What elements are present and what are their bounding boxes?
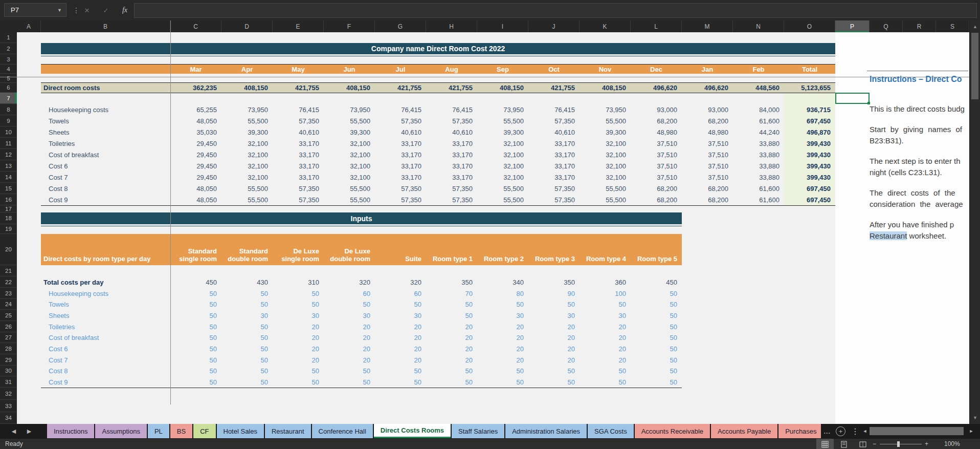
column-header-D[interactable]: D	[221, 20, 273, 32]
input-cell-value[interactable]: 60	[324, 288, 375, 299]
column-header-A[interactable]: A	[17, 20, 41, 32]
row-label[interactable]: Cost 9	[41, 194, 170, 205]
input-cell-value[interactable]: 20	[477, 332, 528, 343]
row-header-13[interactable]: 13	[0, 160, 17, 172]
input-cell-value[interactable]: 50	[375, 376, 426, 388]
sheet-tab-restaurant[interactable]: Restaurant	[265, 424, 311, 438]
row-header-18[interactable]: 18	[0, 212, 17, 224]
input-cell-value[interactable]: 30	[375, 310, 426, 321]
cell-value[interactable]: 33,170	[528, 172, 580, 183]
cell-value[interactable]: 57,350	[528, 115, 580, 126]
cell-value[interactable]: 55,500	[324, 115, 375, 126]
input-row-label[interactable]: Towels	[41, 299, 170, 310]
column-header-P[interactable]: P	[835, 20, 870, 32]
cell-value[interactable]: 39,300	[324, 126, 375, 138]
input-cell-value[interactable]: 50	[477, 366, 528, 376]
row-header-23[interactable]: 23	[0, 288, 17, 299]
input-cell-value[interactable]: 50	[324, 299, 375, 310]
cell-value[interactable]: 37,510	[631, 149, 682, 160]
sheet-tab-cf[interactable]: CF	[193, 424, 215, 438]
input-cell-value[interactable]: 20	[528, 321, 580, 332]
row-header-32[interactable]: 32	[0, 388, 17, 400]
row-header-21[interactable]: 21	[0, 265, 17, 276]
input-row-label[interactable]: Sheets	[41, 310, 170, 321]
input-cell-value[interactable]: 50	[170, 288, 221, 299]
input-cell-value[interactable]: 20	[375, 343, 426, 354]
cell-value[interactable]: 33,170	[426, 160, 477, 172]
column-header-G[interactable]: G	[375, 20, 426, 32]
row-label[interactable]: Towels	[41, 115, 170, 126]
input-cell-value[interactable]: 50	[631, 288, 682, 299]
cell-value[interactable]: 55,500	[580, 194, 631, 205]
cell-value[interactable]: 32,100	[324, 160, 375, 172]
inputs-total-value[interactable]: 350	[426, 276, 477, 288]
input-cell-value[interactable]: 90	[528, 288, 580, 299]
input-cell-value[interactable]: 50	[631, 332, 682, 343]
cell-value[interactable]: 68,200	[631, 183, 682, 194]
row-header-24[interactable]: 24	[0, 299, 17, 310]
cell-value[interactable]: 68,200	[682, 194, 733, 205]
input-cell-value[interactable]: 50	[631, 343, 682, 354]
input-row-label[interactable]: Toiletries	[41, 321, 170, 332]
cell-value[interactable]: 57,350	[273, 183, 324, 194]
cell-value[interactable]: 32,100	[221, 149, 273, 160]
cell-value[interactable]: 399,430	[784, 149, 835, 160]
input-cell-value[interactable]: 50	[221, 343, 273, 354]
input-cell-value[interactable]: 30	[273, 310, 324, 321]
input-cell-value[interactable]: 50	[170, 332, 221, 343]
row-header-5[interactable]: 5	[0, 74, 17, 83]
cell-value[interactable]: 55,500	[221, 183, 273, 194]
cell-value[interactable]: 93,000	[631, 104, 682, 115]
vertical-scroll-thumb[interactable]	[971, 33, 978, 99]
row-header-14[interactable]: 14	[0, 172, 17, 183]
inputs-total-value[interactable]: 360	[580, 276, 631, 288]
cell-value[interactable]: 37,510	[682, 149, 733, 160]
cell-value[interactable]: 33,170	[375, 172, 426, 183]
input-cell-value[interactable]: 50	[273, 288, 324, 299]
row-header-31[interactable]: 31	[0, 376, 17, 388]
input-cell-value[interactable]: 20	[324, 321, 375, 332]
cell-value[interactable]: 48,980	[631, 126, 682, 138]
cell-value[interactable]: 29,450	[170, 160, 221, 172]
cell-value[interactable]: 55,500	[221, 115, 273, 126]
name-box[interactable]: P7 ▼	[4, 3, 66, 17]
column-header-B[interactable]: B	[41, 20, 170, 32]
sheet-tab-administration-salaries[interactable]: Administration Salaries	[505, 424, 587, 438]
cell-value[interactable]: 48,050	[170, 194, 221, 205]
summary-value[interactable]: 408,150	[580, 83, 631, 93]
room-type-header[interactable]: Room type 3	[528, 234, 580, 265]
cell-value[interactable]: 37,510	[682, 160, 733, 172]
summary-value[interactable]: 421,755	[375, 83, 426, 93]
input-cell-value[interactable]: 20	[477, 321, 528, 332]
input-row-label[interactable]: Housekeeping costs	[41, 288, 170, 299]
row-header-8[interactable]: 8	[0, 104, 17, 115]
cell-value[interactable]: 68,200	[631, 194, 682, 205]
room-type-header[interactable]: De Luxe double room	[324, 234, 375, 265]
input-cell-value[interactable]: 50	[631, 310, 682, 321]
column-header-N[interactable]: N	[733, 20, 784, 32]
cell-value[interactable]: 40,610	[273, 126, 324, 138]
input-cell-value[interactable]: 20	[528, 332, 580, 343]
cell-value[interactable]: 48,980	[682, 126, 733, 138]
month-header-Feb[interactable]: Feb	[733, 65, 784, 74]
month-header-Jan[interactable]: Jan	[682, 65, 733, 74]
row-header-3[interactable]: 3	[0, 54, 17, 65]
cell-value[interactable]: 57,350	[375, 194, 426, 205]
room-type-header[interactable]: Room type 5	[631, 234, 682, 265]
page-layout-view-icon[interactable]	[835, 439, 853, 449]
room-type-header[interactable]: De Luxe single room	[273, 234, 324, 265]
input-cell-value[interactable]: 50	[324, 376, 375, 388]
input-cell-value[interactable]: 50	[221, 288, 273, 299]
month-header-Apr[interactable]: Apr	[221, 65, 273, 74]
row-header-2[interactable]: 2	[0, 43, 17, 54]
inputs-total-value[interactable]: 430	[221, 276, 273, 288]
new-sheet-button[interactable]: +	[836, 424, 845, 438]
cell-value[interactable]: 32,100	[580, 149, 631, 160]
input-cell-value[interactable]: 20	[426, 321, 477, 332]
row-header-17[interactable]: 17	[0, 205, 17, 212]
input-cell-value[interactable]: 50	[221, 366, 273, 376]
input-cell-value[interactable]: 50	[170, 299, 221, 310]
inputs-total-value[interactable]: 350	[528, 276, 580, 288]
month-header-Total[interactable]: Total	[784, 65, 835, 74]
page-break-view-icon[interactable]	[854, 439, 872, 449]
